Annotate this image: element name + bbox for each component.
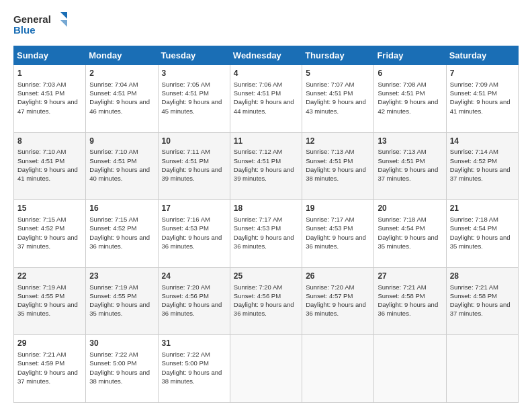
sunset-text: Sunset: 4:51 PM [17, 89, 64, 97]
sunrise-text: Sunrise: 7:09 AM [450, 81, 498, 88]
calendar-week-row: 8 Sunrise: 7:10 AM Sunset: 4:51 PM Dayli… [14, 132, 519, 200]
day-header-sunday: Sunday [14, 46, 86, 65]
daylight-text: Daylight: 9 hours and 36 minutes. [89, 234, 150, 250]
calendar-cell: 5 Sunrise: 7:07 AM Sunset: 4:51 PM Dayli… [302, 65, 374, 133]
sunset-text: Sunset: 4:51 PM [378, 157, 425, 165]
daylight-text: Daylight: 9 hours and 35 minutes. [17, 301, 78, 317]
daylight-text: Daylight: 9 hours and 35 minutes. [378, 234, 438, 250]
sunset-text: Sunset: 4:53 PM [234, 224, 281, 232]
daylight-text: Daylight: 9 hours and 38 minutes. [306, 166, 366, 182]
calendar-cell: 7 Sunrise: 7:09 AM Sunset: 4:51 PM Dayli… [446, 65, 518, 133]
logo-svg: General Blue [13, 11, 67, 39]
calendar-cell: 6 Sunrise: 7:08 AM Sunset: 4:51 PM Dayli… [374, 65, 446, 133]
header: General Blue [13, 11, 519, 39]
sunset-text: Sunset: 4:51 PM [162, 157, 209, 165]
sunset-text: Sunset: 4:52 PM [89, 224, 136, 232]
calendar-cell: 11 Sunrise: 7:12 AM Sunset: 4:51 PM Dayl… [230, 132, 302, 200]
svg-marker-3 [60, 20, 67, 27]
calendar-week-row: 15 Sunrise: 7:15 AM Sunset: 4:52 PM Dayl… [14, 200, 519, 268]
daylight-text: Daylight: 9 hours and 38 minutes. [162, 369, 222, 385]
sunset-text: Sunset: 4:53 PM [162, 224, 209, 232]
sunrise-text: Sunrise: 7:18 AM [378, 216, 426, 223]
sunset-text: Sunset: 4:51 PM [162, 89, 209, 97]
sunrise-text: Sunrise: 7:03 AM [17, 81, 66, 88]
sunset-text: Sunset: 4:52 PM [450, 157, 497, 165]
sunrise-text: Sunrise: 7:17 AM [234, 216, 282, 223]
calendar-cell: 3 Sunrise: 7:05 AM Sunset: 4:51 PM Dayli… [158, 65, 230, 133]
page: General Blue SundayMondayTuesdayWednesda… [0, 0, 532, 411]
sunset-text: Sunset: 4:54 PM [378, 224, 425, 232]
logo: General Blue [13, 11, 67, 39]
calendar-cell: 27 Sunrise: 7:21 AM Sunset: 4:58 PM Dayl… [374, 267, 446, 335]
calendar-cell: 10 Sunrise: 7:11 AM Sunset: 4:51 PM Dayl… [158, 132, 230, 200]
sunset-text: Sunset: 4:51 PM [306, 157, 353, 165]
daylight-text: Daylight: 9 hours and 35 minutes. [450, 234, 511, 250]
sunset-text: Sunset: 4:53 PM [306, 224, 353, 232]
day-number: 9 [89, 136, 154, 147]
sunset-text: Sunset: 4:56 PM [234, 292, 281, 300]
sunset-text: Sunset: 4:51 PM [89, 157, 136, 165]
sunrise-text: Sunrise: 7:22 AM [89, 351, 138, 358]
daylight-text: Daylight: 9 hours and 36 minutes. [162, 234, 222, 250]
day-number: 16 [89, 203, 154, 214]
daylight-text: Daylight: 9 hours and 37 minutes. [17, 369, 78, 385]
sunset-text: Sunset: 4:55 PM [89, 292, 136, 300]
daylight-text: Daylight: 9 hours and 37 minutes. [450, 301, 511, 317]
calendar-cell: 14 Sunrise: 7:14 AM Sunset: 4:52 PM Dayl… [446, 132, 518, 200]
sunrise-text: Sunrise: 7:07 AM [306, 81, 354, 88]
sunrise-text: Sunrise: 7:13 AM [378, 148, 426, 155]
sunrise-text: Sunrise: 7:20 AM [306, 283, 354, 291]
day-number: 12 [306, 136, 370, 147]
sunrise-text: Sunrise: 7:17 AM [306, 216, 354, 223]
day-number: 4 [234, 68, 298, 79]
calendar-body: 1 Sunrise: 7:03 AM Sunset: 4:51 PM Dayli… [14, 65, 519, 403]
sunset-text: Sunset: 4:51 PM [234, 157, 281, 165]
daylight-text: Daylight: 9 hours and 46 minutes. [89, 98, 150, 114]
daylight-text: Daylight: 9 hours and 44 minutes. [234, 98, 294, 114]
sunrise-text: Sunrise: 7:08 AM [378, 81, 426, 88]
calendar-cell: 18 Sunrise: 7:17 AM Sunset: 4:53 PM Dayl… [230, 200, 302, 268]
sunrise-text: Sunrise: 7:06 AM [234, 81, 282, 88]
sunrise-text: Sunrise: 7:20 AM [162, 283, 210, 291]
daylight-text: Daylight: 9 hours and 40 minutes. [89, 166, 150, 182]
calendar-week-row: 1 Sunrise: 7:03 AM Sunset: 4:51 PM Dayli… [14, 65, 519, 133]
calendar-header-row: SundayMondayTuesdayWednesdayThursdayFrid… [14, 46, 519, 65]
day-number: 24 [162, 271, 226, 282]
day-header-monday: Monday [86, 46, 158, 65]
calendar-cell: 8 Sunrise: 7:10 AM Sunset: 4:51 PM Dayli… [14, 132, 86, 200]
sunrise-text: Sunrise: 7:20 AM [234, 283, 282, 291]
sunset-text: Sunset: 4:59 PM [17, 359, 64, 367]
calendar-cell: 29 Sunrise: 7:21 AM Sunset: 4:59 PM Dayl… [14, 335, 86, 403]
sunset-text: Sunset: 5:00 PM [89, 359, 136, 367]
sunrise-text: Sunrise: 7:21 AM [17, 351, 66, 358]
sunset-text: Sunset: 4:51 PM [306, 89, 353, 97]
calendar-cell [374, 335, 446, 403]
sunset-text: Sunset: 4:55 PM [17, 292, 64, 300]
day-number: 15 [17, 203, 82, 214]
daylight-text: Daylight: 9 hours and 36 minutes. [306, 301, 366, 317]
daylight-text: Daylight: 9 hours and 38 minutes. [89, 369, 150, 385]
day-header-wednesday: Wednesday [230, 46, 302, 65]
daylight-text: Daylight: 9 hours and 39 minutes. [234, 166, 294, 182]
daylight-text: Daylight: 9 hours and 36 minutes. [306, 234, 366, 250]
daylight-text: Daylight: 9 hours and 37 minutes. [17, 234, 78, 250]
sunrise-text: Sunrise: 7:10 AM [89, 148, 138, 155]
sunset-text: Sunset: 4:51 PM [89, 89, 136, 97]
daylight-text: Daylight: 9 hours and 41 minutes. [450, 98, 511, 114]
sunset-text: Sunset: 4:52 PM [17, 224, 64, 232]
calendar-cell: 31 Sunrise: 7:22 AM Sunset: 5:00 PM Dayl… [158, 335, 230, 403]
daylight-text: Daylight: 9 hours and 37 minutes. [450, 166, 511, 182]
day-header-thursday: Thursday [302, 46, 374, 65]
calendar-cell: 1 Sunrise: 7:03 AM Sunset: 4:51 PM Dayli… [14, 65, 86, 133]
day-number: 30 [89, 338, 154, 349]
daylight-text: Daylight: 9 hours and 35 minutes. [89, 301, 150, 317]
sunset-text: Sunset: 4:57 PM [306, 292, 353, 300]
calendar-cell: 19 Sunrise: 7:17 AM Sunset: 4:53 PM Dayl… [302, 200, 374, 268]
sunrise-text: Sunrise: 7:15 AM [17, 216, 66, 223]
calendar-cell: 12 Sunrise: 7:13 AM Sunset: 4:51 PM Dayl… [302, 132, 374, 200]
sunset-text: Sunset: 4:51 PM [17, 157, 64, 165]
calendar-cell: 9 Sunrise: 7:10 AM Sunset: 4:51 PM Dayli… [86, 132, 158, 200]
day-number: 21 [450, 203, 515, 214]
calendar-cell: 25 Sunrise: 7:20 AM Sunset: 4:56 PM Dayl… [230, 267, 302, 335]
sunset-text: Sunset: 5:00 PM [162, 359, 209, 367]
